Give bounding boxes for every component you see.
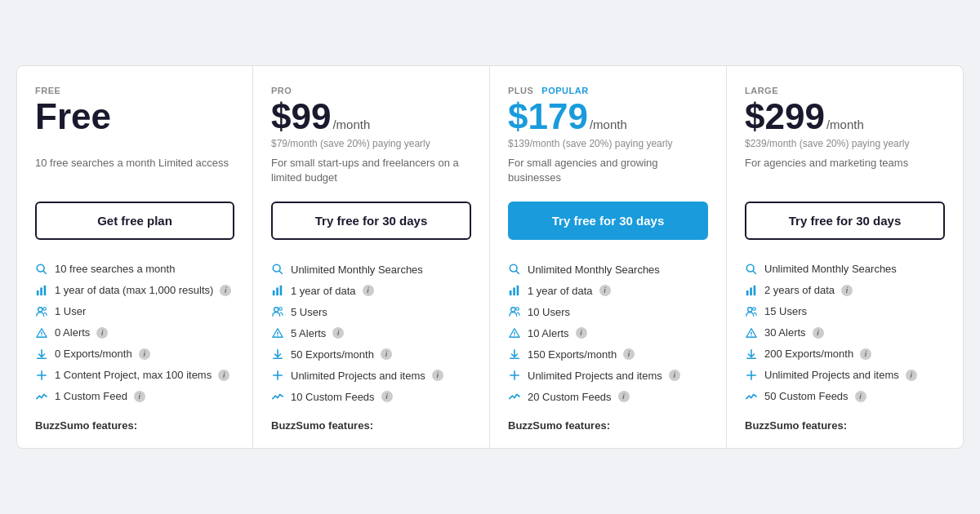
project-icon bbox=[745, 369, 758, 382]
feature-item: 30 Alertsi bbox=[745, 326, 945, 339]
feature-text: 50 Exports/monthi bbox=[291, 348, 392, 361]
cta-button-free[interactable]: Get free plan bbox=[35, 202, 234, 240]
cta-button-large[interactable]: Try free for 30 days bbox=[745, 202, 945, 240]
plan-yearly-note-large: $239/month (save 20%) paying yearly bbox=[745, 138, 945, 151]
feature-item: 0 Alertsi bbox=[35, 326, 234, 339]
users-icon bbox=[271, 305, 284, 318]
alert-icon bbox=[508, 326, 521, 339]
feature-label: 1 year of data (max 1,000 results) bbox=[55, 284, 213, 296]
feature-text: 1 year of datai bbox=[291, 285, 374, 297]
plan-card-plus: PLUSPOPULAR$179/month$139/month (save 20… bbox=[490, 65, 727, 449]
info-icon[interactable]: i bbox=[332, 327, 344, 339]
features-list-plus: Unlimited Monthly Searches1 year of data… bbox=[508, 263, 708, 403]
info-icon[interactable]: i bbox=[841, 285, 853, 296]
search-icon bbox=[745, 263, 758, 276]
feature-text: 0 Exports/monthi bbox=[55, 348, 150, 360]
feature-item: Unlimited Monthly Searches bbox=[745, 263, 945, 276]
info-icon[interactable]: i bbox=[576, 327, 587, 339]
plan-tier-free: FREE bbox=[35, 86, 234, 95]
cta-button-plus[interactable]: Try free for 30 days bbox=[508, 202, 708, 240]
svg-point-34 bbox=[514, 335, 514, 336]
feature-text: 1 Content Project, max 100 itemsi bbox=[55, 369, 229, 381]
svg-rect-3 bbox=[40, 287, 42, 295]
pricing-grid: FREEFree10 free searches a month Limited… bbox=[16, 65, 964, 449]
svg-rect-17 bbox=[280, 286, 283, 295]
plan-tier-label-plus: PLUS bbox=[508, 86, 533, 95]
bar-icon bbox=[271, 284, 284, 297]
feature-text: 2 years of datai bbox=[764, 284, 853, 296]
plan-per-month-large: /month bbox=[826, 117, 864, 131]
info-icon[interactable]: i bbox=[139, 348, 150, 360]
feature-text: 200 Exports/monthi bbox=[764, 348, 871, 360]
info-icon[interactable]: i bbox=[381, 348, 392, 360]
plan-price-row-free: Free bbox=[35, 99, 234, 135]
info-icon[interactable]: i bbox=[381, 391, 393, 402]
svg-point-5 bbox=[38, 308, 42, 312]
plan-price-large: $299 bbox=[745, 99, 825, 135]
info-icon[interactable]: i bbox=[618, 391, 630, 402]
feature-label: 15 Users bbox=[764, 305, 807, 317]
svg-point-31 bbox=[511, 308, 515, 312]
plan-yearly-note-pro: $79/month (save 20%) paying yearly bbox=[271, 138, 471, 151]
info-icon[interactable]: i bbox=[220, 285, 231, 296]
feature-item: 1 year of datai bbox=[271, 284, 471, 297]
feature-text: 30 Alertsi bbox=[764, 326, 824, 339]
info-icon[interactable]: i bbox=[813, 327, 824, 339]
info-icon[interactable]: i bbox=[432, 370, 443, 381]
svg-line-14 bbox=[279, 271, 282, 273]
feature-label: 1 year of data bbox=[291, 285, 356, 297]
plan-price-plus: $179 bbox=[508, 99, 588, 135]
feature-item: 200 Exports/monthi bbox=[745, 348, 945, 361]
feature-text: 1 Custom Feedi bbox=[55, 390, 145, 402]
info-icon[interactable]: i bbox=[599, 285, 611, 296]
feature-text: 10 Users bbox=[528, 306, 570, 318]
feature-item: 10 Alertsi bbox=[508, 326, 708, 339]
svg-line-1 bbox=[43, 271, 46, 273]
info-icon[interactable]: i bbox=[363, 285, 374, 296]
cta-button-pro[interactable]: Try free for 30 days bbox=[271, 202, 471, 240]
svg-point-6 bbox=[43, 308, 47, 311]
bar-icon bbox=[745, 284, 758, 297]
feature-text: 1 year of data (max 1,000 results)i bbox=[55, 284, 231, 296]
plan-price-row-pro: $99/month bbox=[271, 99, 471, 135]
feature-item: 1 year of data (max 1,000 results)i bbox=[35, 284, 234, 297]
plan-card-large: LARGE$299/month$239/month (save 20%) pay… bbox=[727, 65, 964, 449]
info-icon[interactable]: i bbox=[855, 391, 866, 402]
feature-label: 50 Exports/month bbox=[291, 348, 374, 361]
svg-rect-16 bbox=[276, 288, 278, 296]
feature-item: Unlimited Projects and itemsi bbox=[271, 369, 471, 382]
feature-label: Unlimited Projects and items bbox=[764, 369, 899, 381]
svg-line-40 bbox=[753, 271, 755, 273]
feature-text: Unlimited Monthly Searches bbox=[764, 263, 897, 275]
feature-text: Unlimited Monthly Searches bbox=[528, 264, 660, 276]
plan-per-month-plus: /month bbox=[590, 117, 627, 131]
feature-item: 150 Exports/monthi bbox=[508, 348, 708, 361]
plan-card-free: FREEFree10 free searches a month Limited… bbox=[16, 65, 253, 449]
feature-label: 1 year of data bbox=[528, 285, 593, 297]
feature-item: 5 Alertsi bbox=[271, 326, 471, 339]
info-icon[interactable]: i bbox=[96, 327, 108, 339]
feature-label: 10 Custom Feeds bbox=[291, 391, 375, 403]
svg-rect-2 bbox=[37, 290, 39, 295]
feature-label: 5 Users bbox=[291, 306, 327, 318]
info-icon[interactable]: i bbox=[860, 348, 871, 360]
info-icon[interactable]: i bbox=[218, 370, 229, 381]
info-icon[interactable]: i bbox=[623, 348, 635, 360]
feature-label: 1 Content Project, max 100 items bbox=[55, 369, 212, 381]
svg-point-21 bbox=[277, 335, 278, 336]
info-icon[interactable]: i bbox=[134, 391, 145, 402]
svg-rect-30 bbox=[517, 286, 519, 295]
buzzsumo-label-plus: BuzzSumo features: bbox=[508, 419, 708, 432]
feature-item: Unlimited Projects and itemsi bbox=[508, 369, 708, 382]
feed-icon bbox=[35, 390, 48, 403]
svg-rect-43 bbox=[754, 286, 756, 295]
info-icon[interactable]: i bbox=[906, 370, 917, 381]
plan-price-row-plus: $179/month bbox=[508, 99, 708, 135]
svg-line-27 bbox=[516, 271, 519, 273]
feature-item: 50 Custom Feedsi bbox=[745, 390, 945, 403]
feature-item: 5 Users bbox=[271, 305, 471, 318]
plan-description-plus: For small agencies and growing businesse… bbox=[508, 156, 708, 185]
feature-label: 20 Custom Feeds bbox=[528, 391, 612, 403]
info-icon[interactable]: i bbox=[669, 370, 680, 381]
svg-point-47 bbox=[751, 335, 751, 336]
